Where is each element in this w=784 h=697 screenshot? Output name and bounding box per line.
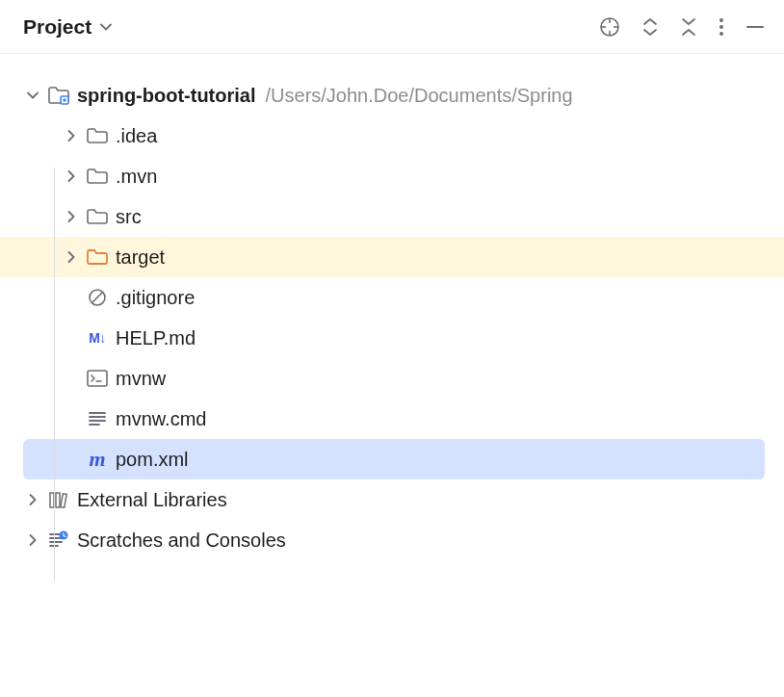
markdown-file-icon: M↓ — [85, 330, 110, 346]
panel-title: Project — [23, 15, 91, 39]
node-label: External Libraries — [77, 489, 227, 511]
chevron-down-icon[interactable] — [19, 89, 46, 102]
text-file-icon — [85, 410, 110, 427]
chevron-right-icon[interactable] — [19, 533, 46, 547]
maven-file-icon: m — [85, 447, 110, 472]
chevron-right-icon[interactable] — [58, 210, 85, 223]
tree-folder-mvn[interactable]: .mvn — [0, 156, 784, 196]
svg-rect-13 — [88, 371, 107, 386]
panel-header: Project — [0, 0, 784, 54]
root-name: spring-boot-tutorial — [77, 85, 256, 107]
node-label: .mvn — [116, 166, 157, 188]
tree-scratches-consoles[interactable]: Scratches and Consoles — [0, 520, 784, 560]
folder-icon — [85, 127, 110, 144]
library-icon — [46, 490, 71, 509]
panel-title-dropdown[interactable]: Project — [23, 15, 113, 39]
ignored-file-icon — [85, 288, 110, 307]
tree-file-help-md[interactable]: M↓ HELP.md — [0, 318, 784, 358]
node-label: pom.xml — [116, 449, 189, 471]
tree-file-pom-xml[interactable]: m pom.xml — [23, 439, 765, 479]
chevron-right-icon[interactable] — [58, 129, 85, 142]
svg-line-12 — [92, 293, 103, 303]
svg-point-6 — [719, 25, 723, 29]
node-label: Scratches and Consoles — [77, 529, 286, 552]
select-opened-file-icon[interactable] — [599, 16, 620, 38]
svg-rect-21 — [61, 494, 66, 507]
tree-root-node[interactable]: spring-boot-tutorial /Users/John.Doe/Doc… — [0, 75, 784, 116]
root-path: /Users/John.Doe/Documents/Spring — [266, 85, 573, 107]
node-label: target — [116, 246, 165, 269]
options-icon[interactable] — [719, 16, 724, 38]
collapse-all-icon[interactable] — [680, 17, 697, 37]
node-label: src — [116, 206, 142, 228]
expand-all-icon[interactable] — [641, 17, 659, 37]
tree-folder-idea[interactable]: .idea — [0, 116, 784, 156]
tree-folder-target[interactable]: target — [0, 237, 784, 277]
node-label: .idea — [116, 125, 157, 147]
module-folder-icon — [46, 86, 71, 105]
excluded-folder-icon — [85, 248, 110, 266]
node-label: .gitignore — [116, 287, 195, 309]
chevron-right-icon[interactable] — [58, 169, 85, 183]
folder-icon — [85, 168, 110, 185]
scratches-icon — [46, 530, 71, 550]
shell-file-icon — [85, 370, 110, 387]
panel-actions — [599, 16, 765, 38]
folder-icon — [85, 208, 110, 225]
svg-rect-20 — [56, 493, 60, 507]
tree-guide-line — [54, 168, 55, 581]
project-tree: spring-boot-tutorial /Users/John.Doe/Doc… — [0, 54, 784, 560]
tree-file-mvnw-cmd[interactable]: mvnw.cmd — [0, 399, 784, 439]
tree-external-libraries[interactable]: External Libraries — [0, 479, 784, 520]
tree-file-gitignore[interactable]: .gitignore — [0, 277, 784, 318]
svg-rect-10 — [64, 99, 66, 102]
tree-folder-src[interactable]: src — [0, 196, 784, 237]
tree-file-mvnw[interactable]: mvnw — [0, 358, 784, 399]
hide-icon[interactable] — [745, 17, 765, 37]
chevron-right-icon[interactable] — [58, 250, 85, 264]
svg-point-5 — [719, 18, 723, 22]
node-label: mvnw.cmd — [116, 408, 206, 430]
node-label: mvnw — [116, 368, 166, 390]
chevron-down-icon — [99, 20, 113, 34]
node-label: HELP.md — [116, 327, 196, 349]
svg-point-7 — [719, 32, 723, 36]
chevron-right-icon[interactable] — [19, 493, 46, 506]
